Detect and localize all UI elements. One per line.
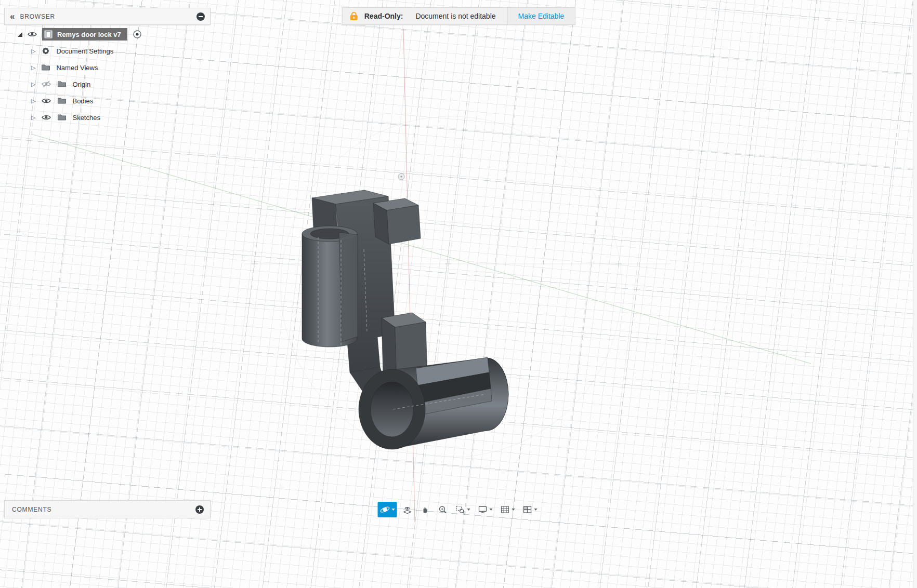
tree-item-label: Origin xyxy=(72,81,90,88)
tree-item-label: Document Settings xyxy=(56,47,113,55)
minus-circle-icon[interactable] xyxy=(197,12,205,21)
look-at-button[interactable] xyxy=(400,502,415,517)
browser-panel-header[interactable]: « BROWSER xyxy=(4,8,211,25)
readonly-banner: Read-Only: Document is not editable Make… xyxy=(342,7,575,25)
tree-item-document-settings[interactable]: ▷ Document Settings xyxy=(4,43,211,59)
lock-icon xyxy=(350,12,358,20)
tree-item-origin[interactable]: ▷ Origin xyxy=(4,76,211,92)
chevron-down-icon[interactable] xyxy=(467,509,470,511)
display-settings-icon xyxy=(478,504,488,515)
zoom-icon xyxy=(438,504,448,515)
eye-icon[interactable] xyxy=(41,112,51,123)
tree-item-label: Named Views xyxy=(56,64,98,72)
chevron-down-icon[interactable] xyxy=(512,509,515,511)
viewports-button[interactable] xyxy=(520,502,540,517)
chevron-down-icon[interactable] xyxy=(490,509,493,511)
zoom-window-icon xyxy=(455,504,466,515)
navigation-toolbar xyxy=(378,500,540,519)
grid-icon xyxy=(500,504,510,515)
expand-triangle-icon[interactable]: ▷ xyxy=(31,115,35,121)
tree-item-named-views[interactable]: ▷ Named Views xyxy=(4,59,211,76)
tree-item-root[interactable]: Remys door lock v7 xyxy=(4,26,211,43)
tree-item-bodies[interactable]: ▷ Bodies xyxy=(4,92,211,109)
browser-tree: Remys door lock v7 ▷ Document Settings ▷… xyxy=(4,26,211,126)
folder-icon xyxy=(41,63,50,72)
folder-icon xyxy=(57,113,67,122)
gear-icon xyxy=(41,46,50,56)
look-at-icon xyxy=(402,504,413,515)
comments-panel-header[interactable]: COMMENTS xyxy=(4,500,211,518)
plus-circle-icon[interactable] xyxy=(195,505,204,514)
selected-highlight[interactable]: Remys door lock v7 xyxy=(42,28,127,41)
readonly-label: Read-Only: xyxy=(364,12,403,20)
zoom-button[interactable] xyxy=(436,502,450,517)
tree-item-sketches[interactable]: ▷ Sketches xyxy=(4,109,211,126)
display-settings-button[interactable] xyxy=(476,502,495,517)
tree-item-label: Bodies xyxy=(72,97,93,105)
expand-triangle-icon[interactable]: ▷ xyxy=(31,98,35,104)
tree-item-label: Remys door lock v7 xyxy=(57,31,121,38)
orbit-button[interactable] xyxy=(378,502,397,517)
component-document-icon xyxy=(44,30,53,39)
orbit-icon xyxy=(380,504,390,515)
readonly-message: Document is not editable xyxy=(415,12,495,20)
make-editable-button[interactable]: Make Editable xyxy=(507,8,575,24)
chevron-down-icon[interactable] xyxy=(534,509,538,511)
chevron-down-icon[interactable] xyxy=(392,509,395,511)
zoom-window-button[interactable] xyxy=(453,502,473,517)
comments-title: COMMENTS xyxy=(12,506,195,513)
pan-hand-icon xyxy=(420,504,430,515)
expand-triangle-icon[interactable]: ▷ xyxy=(31,65,35,71)
grid-and-snaps-button[interactable] xyxy=(498,502,517,517)
eye-off-icon[interactable] xyxy=(41,79,51,89)
activate-radio-icon[interactable] xyxy=(132,29,142,39)
folder-icon xyxy=(57,79,67,89)
folder-icon xyxy=(57,96,67,105)
pan-button[interactable] xyxy=(418,502,433,517)
viewports-icon xyxy=(522,504,533,515)
tree-item-label: Sketches xyxy=(72,114,100,122)
collapse-browser-icon[interactable]: « xyxy=(10,12,15,21)
expand-triangle-icon[interactable]: ▷ xyxy=(31,48,35,54)
expand-arrow-icon[interactable] xyxy=(18,32,22,37)
expand-triangle-icon[interactable]: ▷ xyxy=(31,82,35,87)
eye-icon[interactable] xyxy=(27,29,37,39)
browser-panel-title: BROWSER xyxy=(20,13,197,20)
eye-icon[interactable] xyxy=(41,96,51,106)
window-scrollbar-gutter[interactable] xyxy=(913,0,917,588)
